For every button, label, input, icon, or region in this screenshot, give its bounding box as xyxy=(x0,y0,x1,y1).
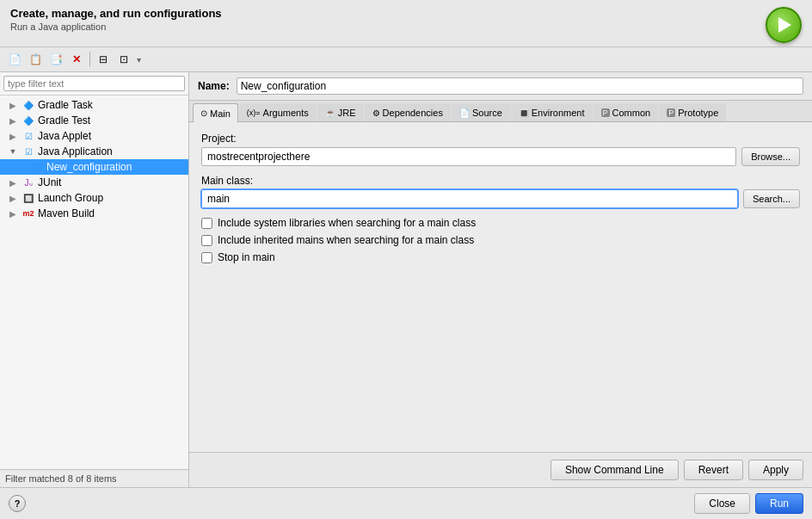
sidebar-item-gradle-test[interactable]: ▶ 🔷 Gradle Test xyxy=(0,113,188,128)
prototype-tab-icon: P xyxy=(667,108,675,117)
run-circle-button[interactable] xyxy=(766,7,802,43)
expand-icon: ▶ xyxy=(7,194,19,203)
java-applet-icon: ☑ xyxy=(22,132,34,141)
title-text: Create, manage, and run configurations R… xyxy=(10,7,222,32)
gradle-test-icon: 🔷 xyxy=(22,116,34,126)
tab-main[interactable]: ⊙ Main xyxy=(193,103,238,122)
sidebar-item-label: Gradle Test xyxy=(38,114,90,127)
expand-icon: ▶ xyxy=(7,209,19,219)
arguments-tab-icon: (x)= xyxy=(247,108,261,117)
collapse-button[interactable]: ⊟ xyxy=(94,50,113,69)
name-label: Name: xyxy=(198,80,230,92)
project-input[interactable] xyxy=(201,147,736,166)
checkbox-stop-in-main-row: Stop in main xyxy=(201,251,800,263)
main-class-input[interactable] xyxy=(201,189,738,208)
main-content: ▶ 🔷 Gradle Task ▶ 🔷 Gradle Test ▶ ☑ Java… xyxy=(0,72,812,487)
title-bar: Create, manage, and run configurations R… xyxy=(0,0,812,47)
name-input[interactable] xyxy=(237,77,803,95)
filter-input[interactable] xyxy=(3,76,185,91)
toolbar-separator xyxy=(89,52,90,67)
deps-tab-icon: ⚙ xyxy=(372,108,380,118)
window-footer: ? Close Run xyxy=(0,487,812,519)
source-tab-icon: 📄 xyxy=(459,108,470,118)
launch-group-icon: 🔲 xyxy=(22,194,34,203)
panel-body: Project: Browse... Main class: Search... xyxy=(189,122,812,452)
window-subtitle: Run a Java application xyxy=(10,22,222,32)
checkbox-include-inherited-row: Include inherited mains when searching f… xyxy=(201,234,800,246)
name-bar: Name: xyxy=(189,72,812,101)
tab-jre[interactable]: ☕ JRE xyxy=(317,103,364,121)
show-command-line-button[interactable]: Show Command Line xyxy=(551,460,679,480)
sidebar-item-label: Launch Group xyxy=(38,192,103,204)
sidebar-item-junit[interactable]: ▶ Jᵤ JUnit xyxy=(0,175,188,190)
include-system-label[interactable]: Include system libraries when searching … xyxy=(218,217,476,229)
sidebar-item-label: Gradle Task xyxy=(38,99,93,111)
tab-bar: ⊙ Main (x)= Arguments ☕ JRE ⚙ Dependenci… xyxy=(189,101,812,122)
tab-label: Prototype xyxy=(678,108,718,118)
maven-icon: m2 xyxy=(22,209,34,218)
main-window: Create, manage, and run configurations R… xyxy=(0,0,812,519)
sidebar-item-label: New_configuration xyxy=(46,161,132,173)
new-type-button[interactable]: 📋 xyxy=(26,50,45,69)
new-config-button[interactable]: 📄 xyxy=(5,50,24,69)
expand-icon: ▶ xyxy=(7,101,19,110)
apply-button[interactable]: Apply xyxy=(748,460,803,480)
env-tab-icon: 🔳 xyxy=(519,108,529,118)
search-button[interactable]: Search... xyxy=(743,189,800,208)
play-icon xyxy=(778,17,791,33)
junit-icon: Jᵤ xyxy=(22,178,34,188)
expand-icon: ▶ xyxy=(7,116,19,126)
tab-environment[interactable]: 🔳 Environment xyxy=(511,103,593,121)
tab-dependencies[interactable]: ⚙ Dependencies xyxy=(365,103,451,121)
help-button[interactable]: ? xyxy=(9,495,26,512)
tab-label: Common xyxy=(612,108,651,118)
stop-in-main-label[interactable]: Stop in main xyxy=(218,251,275,263)
project-label: Project: xyxy=(201,133,800,145)
close-button[interactable]: Close xyxy=(694,493,750,514)
sidebar-item-java-application[interactable]: ▼ ☑ Java Application xyxy=(0,144,188,159)
include-system-checkbox[interactable] xyxy=(201,218,212,229)
sidebar-footer: Filter matched 8 of 8 items xyxy=(0,469,188,487)
sidebar-item-new-configuration[interactable]: ☑ New_configuration xyxy=(0,159,188,175)
checkbox-include-system-row: Include system libraries when searching … xyxy=(201,217,800,229)
filter-button[interactable]: ⊡ xyxy=(114,50,133,69)
tab-source[interactable]: 📄 Source xyxy=(452,103,510,121)
sidebar-item-launch-group[interactable]: ▶ 🔲 Launch Group xyxy=(0,190,188,206)
sidebar-item-java-applet[interactable]: ▶ ☑ Java Applet xyxy=(0,128,188,144)
main-class-row: Main class: Search... xyxy=(201,175,800,208)
include-inherited-label[interactable]: Include inherited mains when searching f… xyxy=(218,234,474,246)
jre-tab-icon: ☕ xyxy=(325,108,335,118)
new-config-icon: ☑ xyxy=(31,163,43,172)
tree: ▶ 🔷 Gradle Task ▶ 🔷 Gradle Test ▶ ☑ Java… xyxy=(0,96,188,469)
tab-common[interactable]: P Common xyxy=(594,103,659,121)
main-class-input-group: Search... xyxy=(201,189,800,208)
run-button[interactable]: Run xyxy=(755,493,803,514)
copy-button[interactable]: 📑 xyxy=(46,50,65,69)
tab-prototype[interactable]: P Prototype xyxy=(659,103,726,121)
common-tab-icon: P xyxy=(601,108,610,117)
browse-button[interactable]: Browse... xyxy=(741,147,800,166)
tab-arguments[interactable]: (x)= Arguments xyxy=(239,103,317,121)
expand-icon: ▶ xyxy=(7,178,19,188)
panel-footer: Show Command Line Revert Apply xyxy=(189,452,812,487)
delete-button[interactable]: ✕ xyxy=(67,50,86,69)
tab-label: Arguments xyxy=(263,108,309,118)
sidebar: ▶ 🔷 Gradle Task ▶ 🔷 Gradle Test ▶ ☑ Java… xyxy=(0,72,189,487)
project-row: Project: Browse... xyxy=(201,133,800,166)
include-inherited-checkbox[interactable] xyxy=(201,235,212,246)
config-panel: Name: ⊙ Main (x)= Arguments ☕ JRE ⚙ xyxy=(189,72,812,487)
sidebar-item-maven-build[interactable]: ▶ m2 Maven Build xyxy=(0,206,188,221)
sidebar-item-label: JUnit xyxy=(38,176,61,188)
project-input-group: Browse... xyxy=(201,147,800,166)
window-footer-buttons: Close Run xyxy=(694,493,803,514)
tab-label: Source xyxy=(472,108,502,118)
gradle-task-icon: 🔷 xyxy=(22,101,34,110)
stop-in-main-checkbox[interactable] xyxy=(201,252,212,263)
sidebar-item-gradle-task[interactable]: ▶ 🔷 Gradle Task xyxy=(0,97,188,113)
expand-icon: ▼ xyxy=(7,147,19,156)
filter-box xyxy=(0,72,188,96)
sidebar-item-label: Java Applet xyxy=(38,130,91,142)
revert-button[interactable]: Revert xyxy=(684,460,743,480)
filter-dropdown: ▾ xyxy=(137,55,141,65)
sidebar-item-label: Java Application xyxy=(38,145,113,158)
